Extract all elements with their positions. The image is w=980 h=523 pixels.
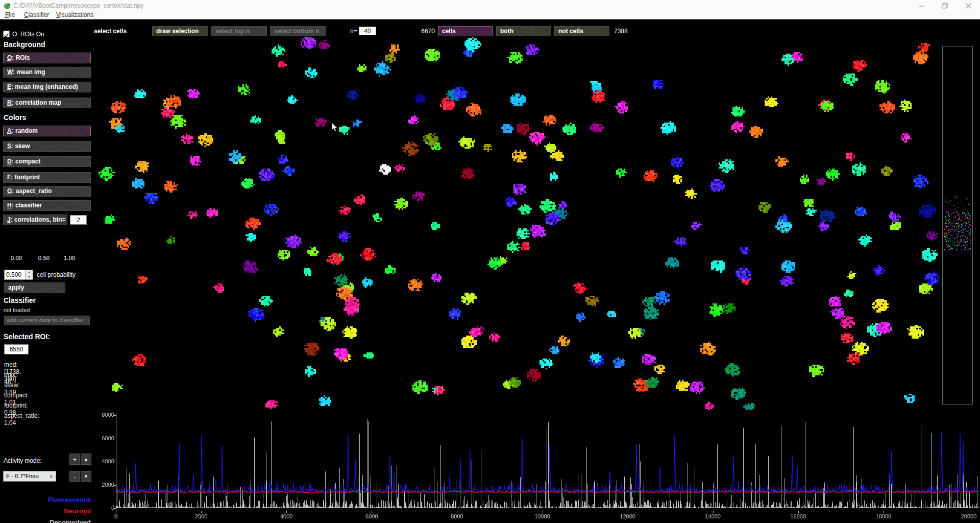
menu-item-file[interactable]: File — [5, 11, 15, 19]
y-tick-label: 6000 — [95, 435, 114, 441]
activity-mode-value: F - 0.7*Fneu — [6, 473, 39, 479]
title-bar: C:/DATA/BootCamp/mesoscope_cortex/stat.n… — [0, 0, 980, 11]
activity-mode-label: Activity mode: — [4, 457, 42, 464]
rois-on-label: O: ROIs On — [12, 31, 44, 38]
select-cells-label: select cells — [94, 28, 127, 35]
not-cells-count: 7388 — [614, 28, 628, 35]
mouse-cursor — [331, 122, 338, 132]
x-tick-label: 2000 — [186, 513, 216, 519]
cell-probability-spinbox[interactable]: 0.500 ▲▼ — [4, 270, 33, 280]
n-label: n= — [350, 28, 357, 35]
x-tick-label: 16000 — [783, 513, 814, 519]
both-button[interactable]: both — [496, 26, 551, 36]
colorbar-tick: 1.00 — [59, 255, 80, 261]
spin-up-icon[interactable]: ▲ — [26, 270, 33, 275]
selected-roi-input[interactable] — [4, 344, 29, 354]
menu-item-visualizations[interactable]: Visualizations — [56, 11, 93, 19]
add-classifier-data-button[interactable]: add current data to classifier — [4, 316, 90, 325]
cells-count: 6670 — [413, 28, 435, 35]
color-button-compact[interactable]: D: compact — [3, 156, 91, 167]
legend-deconvolved: Deconvolved — [3, 518, 91, 523]
colorbar-tick: 0.00 — [6, 255, 27, 261]
legend-neuropil: Neuropil — [3, 507, 91, 515]
colors-heading: Colors — [4, 113, 26, 122]
background-button-correlation-map[interactable]: R: correlation map — [3, 98, 91, 108]
trace-plot-canvas[interactable] — [97, 410, 980, 515]
cell-probability-label: cell probability — [37, 271, 76, 278]
x-tick-label: 8000 — [442, 513, 472, 519]
spinner-arrows[interactable]: ▲▼ — [25, 270, 33, 279]
x-tick-label: 4000 — [271, 513, 302, 519]
background-button-mean-img[interactable]: W: mean img — [3, 67, 91, 78]
correlation-bin-input[interactable] — [70, 215, 87, 225]
background-button-mean-img-enhanced[interactable]: E: mean img (enhanced) — [3, 82, 91, 92]
draw-selection-button[interactable]: draw selection — [152, 26, 208, 36]
activity-mode-select[interactable]: F - 0.7*Fneu ∨ — [3, 471, 56, 482]
x-tick-label: 6000 — [356, 513, 387, 519]
spin-down-icon[interactable]: ▼ — [26, 275, 33, 279]
background-heading: Background — [4, 40, 45, 49]
select-bottom-n-button[interactable]: select bottom n — [270, 26, 326, 36]
legend-fluorescence: Fluorescence — [3, 496, 91, 504]
color-button-correlations-bin[interactable]: J: correlations, bin= — [3, 215, 67, 225]
roi-view-canvas[interactable] — [97, 37, 939, 411]
menu-item-classifier[interactable]: Classifier — [24, 11, 49, 19]
cell-probability-value: 0.500 — [5, 270, 25, 279]
not-cells-button[interactable]: not cells — [554, 26, 609, 36]
menu-bar: FileClassifierVisualizations — [0, 11, 980, 19]
window-title: C:/DATA/BootCamp/mesoscope_cortex/stat.n… — [13, 2, 143, 9]
color-button-footprint[interactable]: F: footprint — [3, 172, 91, 183]
trace-down-button[interactable]: ▼ — [81, 471, 91, 482]
trace-minimap[interactable] — [942, 46, 973, 405]
roi-stat: aspect_ratio: 1.04 — [4, 412, 39, 426]
restore-button[interactable] — [937, 1, 952, 10]
color-button-classifier[interactable]: H: classifier — [3, 200, 91, 211]
color-button-skew[interactable]: S: skew — [3, 141, 91, 152]
cells-button[interactable]: cells — [438, 26, 493, 36]
apply-button[interactable]: apply — [4, 282, 65, 293]
select-top-n-button[interactable]: select top n — [211, 26, 267, 36]
x-tick-label: 0 — [101, 513, 131, 519]
classifier-status: not loaded — [4, 307, 30, 313]
trace-minimap-canvas[interactable] — [943, 46, 971, 403]
x-tick-label: 20000 — [953, 513, 980, 519]
minimize-button[interactable] — [914, 1, 929, 10]
trace-zoom-out-button[interactable]: - — [69, 471, 80, 482]
color-button-aspect_ratio[interactable]: G: aspect_ratio — [3, 186, 91, 197]
trace-zoom-in-button[interactable]: + — [69, 454, 80, 465]
x-tick-label: 10000 — [527, 513, 558, 519]
x-tick-label: 14000 — [698, 513, 728, 519]
background-button-rois[interactable]: Q: ROIs — [3, 53, 91, 63]
y-tick-label: 0 — [95, 505, 114, 511]
x-tick-label: 18000 — [868, 513, 899, 519]
classifier-heading: Classifier — [4, 296, 36, 304]
y-tick-label: 8000 — [95, 412, 114, 418]
y-tick-label: 2000 — [95, 482, 114, 488]
x-tick-label: 12000 — [612, 513, 643, 519]
rois-on-checkbox[interactable] — [3, 31, 10, 37]
app-icon — [4, 2, 11, 10]
trace-up-button[interactable]: ▲ — [81, 454, 91, 465]
n-input[interactable] — [359, 27, 376, 35]
selected-roi-heading: Selected ROI: — [4, 332, 50, 341]
y-tick-label: 4000 — [95, 458, 114, 464]
color-button-random[interactable]: A: random — [3, 126, 91, 136]
close-button[interactable] — [961, 1, 976, 10]
colorbar-tick: 0.50 — [34, 255, 54, 261]
chevron-down-icon: ∨ — [50, 471, 53, 481]
